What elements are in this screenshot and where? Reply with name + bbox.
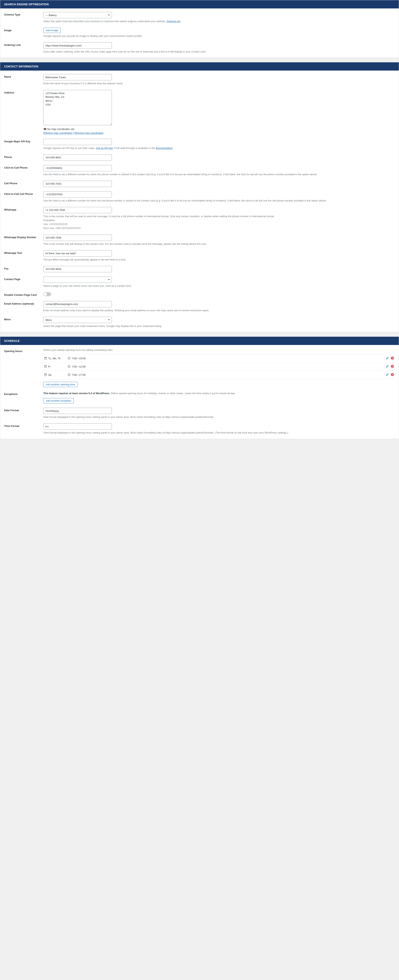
whatsapp-display-row: Whatsapp Display Number This is the numb… [4, 235, 395, 246]
schema-select-wrap: --- Bakery [43, 12, 112, 18]
schedule-actions [386, 373, 394, 377]
clock-icon [68, 373, 70, 377]
schedule-actions [386, 356, 394, 360]
seo-section: SEARCH ENGINE OPTIMIZATION Schema Type -… [0, 0, 399, 58]
exceptions-strong: This feature requires at least version 5… [43, 392, 110, 395]
phone-input[interactable] [43, 154, 112, 161]
ctc-cell-input[interactable] [43, 191, 112, 197]
gmaps-desc-prefix: Google requires an API key to use their … [43, 146, 96, 150]
disable-card-label: Disable Contact Page Card [4, 292, 43, 297]
time-format-help: Time format displayed in the opening hou… [43, 431, 395, 435]
ordering-row: Ordering Link If you offer online orderi… [4, 42, 395, 54]
contact-page-select[interactable] [43, 277, 112, 283]
whatsapp-text-help: The pre-filled message will automaticall… [43, 258, 395, 262]
phone-row: Phone [4, 154, 395, 161]
map-links: Retrieve map coordinates | Remove map co… [43, 132, 395, 134]
remove-coords-link[interactable]: Remove map coordinates [75, 132, 103, 134]
whatsapp-text-input[interactable] [43, 250, 112, 256]
time-format-row: Time Format Time format displayed in the… [4, 423, 395, 435]
menu-select[interactable]: Menu [43, 317, 112, 323]
contact-body: Name Enter the name of your business if … [0, 70, 399, 332]
cell-row: Cell Phone [4, 181, 395, 187]
schedule-actions [386, 364, 394, 369]
schedule-days: Fr [44, 365, 68, 369]
clock-icon [68, 365, 70, 369]
schedule-time: 7:00—15:00 [68, 357, 86, 360]
schedule-section: SCHEDULE Opening Hours Define your weekl… [0, 337, 399, 439]
add-image-button[interactable]: Add Image [43, 28, 61, 33]
hours-text: 7:00—12:00 [72, 365, 86, 368]
date-format-row: Date Format Date format displayed in the… [4, 408, 395, 419]
documentation-link[interactable]: documentation [156, 146, 172, 150]
fax-row: Fax [4, 266, 395, 272]
schema-content: --- Bakery Select the option that best d… [43, 12, 395, 23]
cell-input[interactable] [43, 181, 112, 187]
calendar-icon [44, 365, 47, 369]
contact-section: CONTACT INFORMATION Name Enter the name … [0, 62, 399, 332]
email-input[interactable] [43, 301, 112, 307]
edit-rule-button[interactable] [386, 365, 389, 369]
contact-page-row: Contact Page Select a page on your site … [4, 277, 395, 288]
schema-help: Select the option that best describes yo… [43, 19, 395, 23]
contact-header: CONTACT INFORMATION [0, 62, 399, 70]
fax-input[interactable] [43, 266, 112, 272]
opening-content: Define your weekly opening hours by addi… [43, 348, 395, 387]
address-content: 123 Rodeo Drive Beverly Hills, CA 90212 … [43, 90, 395, 134]
days-text: Tu, We, Th [48, 357, 60, 360]
add-opening-button[interactable]: Add another opening time [43, 382, 78, 387]
gmaps-row: Google Maps API Key Google requires an A… [4, 139, 395, 150]
delete-rule-button[interactable] [391, 364, 394, 369]
email-label: Email Address (optional) [4, 301, 43, 312]
opening-row: Opening Hours Define your weekly opening… [4, 348, 395, 387]
email-help: Enter an email address only if you want … [43, 309, 395, 312]
seo-header: SEARCH ENGINE OPTIMIZATION [0, 0, 399, 8]
schema-org-link[interactable]: Schema.org [167, 20, 180, 23]
disable-card-toggle[interactable] [43, 292, 51, 296]
whatsapp-text-row: Whatsapp Text The pre-filled message wil… [4, 250, 395, 262]
schema-select[interactable]: --- Bakery [43, 12, 112, 18]
schema-label: Schema Type [4, 12, 43, 23]
date-format-label: Date Format [4, 408, 43, 419]
exceptions-label: Exceptions [4, 391, 43, 403]
get-api-key-link[interactable]: Get an API key [96, 146, 113, 150]
edit-rule-button[interactable] [386, 356, 389, 360]
gmaps-content: Google requires an API key to use their … [43, 139, 395, 150]
contact-page-label: Contact Page [4, 277, 43, 288]
disable-card-content [43, 292, 395, 297]
delete-rule-button[interactable] [391, 356, 394, 360]
retrieve-coords-link[interactable]: Retrieve map coordinates [43, 132, 72, 134]
phone-label: Phone [4, 154, 43, 161]
ordering-input[interactable] [43, 42, 112, 49]
whatsapp-row: Whatsapp This is the number that will be… [4, 207, 395, 230]
name-label: Name [4, 74, 43, 86]
ctc-cell-content: Use this field to set a different number… [43, 191, 395, 203]
time-format-label: Time Format [4, 423, 43, 435]
exceptions-row: Exceptions This feature requires at leas… [4, 391, 395, 403]
ctc-phone-input[interactable] [43, 165, 112, 171]
ctc-phone-label: Click-to-Call Phone [4, 165, 43, 177]
ordering-label: Ordering Link [4, 42, 43, 54]
date-format-input[interactable] [43, 408, 112, 414]
fax-label: Fax [4, 266, 43, 272]
edit-rule-button[interactable] [386, 373, 389, 377]
calendar-icon [44, 373, 47, 377]
gmaps-input[interactable] [43, 139, 112, 145]
ordering-content: If you offer online ordering, enter the … [43, 42, 395, 54]
delete-rule-button[interactable] [391, 373, 394, 377]
gmaps-desc-mid: . A full walk-through is available in th… [113, 146, 156, 150]
whatsapp-text-label: Whatsapp Text [4, 250, 43, 262]
name-input[interactable] [43, 74, 112, 80]
schema-desc-text: Select the option that best describes yo… [43, 20, 167, 23]
no-coords-text: No map coordinates set. [47, 127, 75, 130]
address-textarea[interactable]: 123 Rodeo Drive Beverly Hills, CA 90212 … [43, 90, 112, 125]
image-help: Google requires you provide an image to … [43, 34, 395, 38]
schedule-rule: Tu, We, Th7:00—15:00 [43, 354, 395, 363]
schedule-body: Opening Hours Define your weekly opening… [0, 345, 399, 439]
time-format-content: Time format displayed in the opening hou… [43, 423, 395, 435]
name-content: Enter the name of your business if it is… [43, 74, 395, 86]
whatsapp-label: Whatsapp [4, 207, 43, 230]
whatsapp-input[interactable] [43, 207, 112, 213]
whatsapp-display-input[interactable] [43, 235, 112, 241]
time-format-input[interactable] [43, 423, 112, 430]
add-exception-button[interactable]: Add another exception [43, 398, 74, 403]
